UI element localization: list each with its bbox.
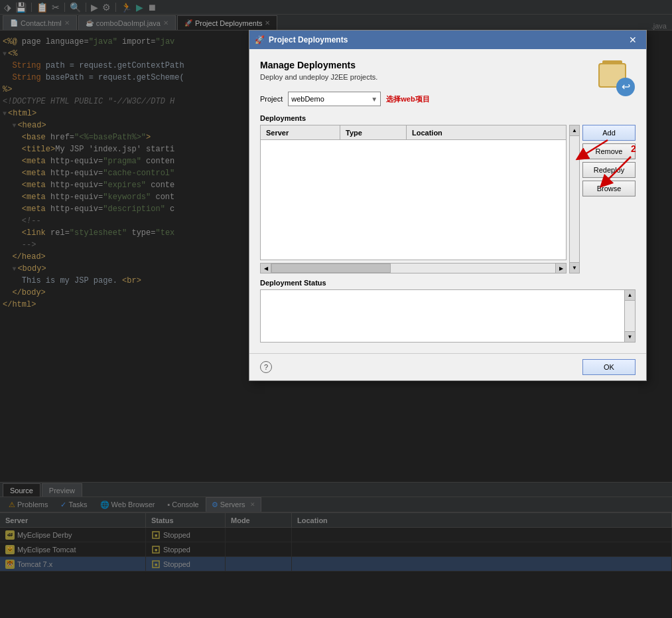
svg-text:↩: ↩ (622, 81, 630, 92)
dialog-title: 🚀 Project Deployments (255, 35, 348, 44)
annotation-select-text: 选择web项目 (386, 94, 429, 104)
deployment-status-section: Deployment Status ▲ ▼ (260, 279, 636, 343)
dialog-title-text: Project Deployments (269, 35, 348, 44)
annotation-num-2: 2 (631, 143, 636, 154)
th-location: Location (407, 125, 566, 139)
dialog-icon: ↩ (596, 57, 636, 97)
dialog-titlebar: 🚀 Project Deployments ✕ (249, 31, 646, 49)
annotation-arrow-project (594, 153, 634, 193)
status-textarea: ▲ ▼ (260, 289, 636, 343)
th-type: Type (340, 125, 407, 139)
horizontal-scrollbar[interactable]: ◀ ▶ (260, 263, 567, 273)
status-scroll-down[interactable]: ▼ (625, 331, 635, 342)
dialog-close-button[interactable]: ✕ (625, 33, 641, 46)
status-v-scrollbar: ▲ ▼ (624, 290, 635, 342)
dropdown-arrow-icon: ▼ (371, 96, 377, 103)
th-server: Server (261, 125, 340, 139)
dialog-body: Manage Deployments Deploy and undeploy J… (249, 49, 646, 353)
deployment-status-label: Deployment Status (260, 279, 636, 287)
h-scroll-right-button[interactable]: ▶ (555, 264, 566, 273)
h-scroll-left-button[interactable]: ◀ (261, 264, 271, 273)
deployments-label: Deployments (260, 114, 636, 122)
table-header: Server Type Location (261, 125, 566, 140)
ok-button[interactable]: OK (582, 359, 636, 375)
project-label: Project (260, 95, 283, 103)
deployments-table-wrapper: Server Type Location ◀ ▶ (260, 125, 567, 273)
project-select-value: webDemo (291, 95, 324, 103)
help-icon-symbol: ? (264, 363, 268, 371)
status-scroll-up[interactable]: ▲ (625, 290, 635, 301)
h-scroll-thumb[interactable] (271, 264, 391, 273)
dialog-subtext: Deploy and undeploy J2EE projects. (260, 73, 636, 81)
status-scroll-track (625, 301, 635, 331)
h-scroll-track (271, 264, 555, 273)
dialog-title-icon: 🚀 (255, 35, 265, 44)
svg-line-12 (604, 157, 631, 183)
project-deployments-dialog: 🚀 Project Deployments ✕ Manage Deploymen… (249, 30, 647, 381)
table-body (261, 140, 566, 260)
help-button[interactable]: ? (260, 361, 272, 373)
ide-container: ⬗ 💾 📋 ✂ 🔍 ▶ ⚙ 🏃 ▶ ⏹ 📄 Contact.html ✕ ☕ c… (0, 0, 672, 618)
deployments-table: Server Type Location (260, 125, 567, 260)
project-select[interactable]: webDemo ▼ (288, 92, 381, 106)
svg-rect-7 (602, 60, 622, 64)
status-content (261, 290, 624, 342)
scrollbar-up-button[interactable]: ▲ (570, 125, 579, 136)
project-row: Project webDemo ▼ 选择web项目 2 (260, 92, 636, 106)
dialog-footer: ? OK (249, 353, 646, 380)
scrollbar-down-button[interactable]: ▼ (570, 262, 579, 273)
dialog-heading: Manage Deployments (260, 60, 636, 70)
